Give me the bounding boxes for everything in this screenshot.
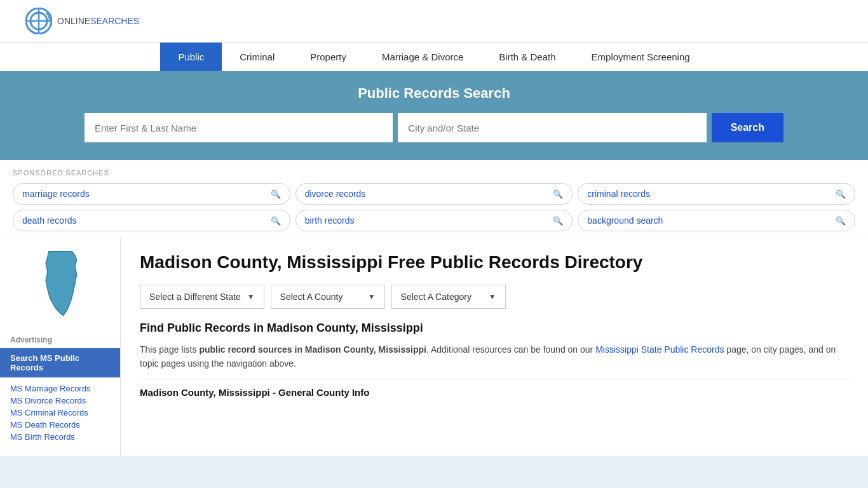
search-icon-4: 🔍 (271, 216, 281, 226)
logo-icon (25, 8, 52, 34)
find-records-heading: Find Public Records in Madison County, M… (140, 322, 849, 335)
name-input[interactable] (85, 113, 393, 142)
category-dropdown-label: Select A Category (401, 292, 471, 302)
sponsored-pill-criminal[interactable]: criminal records 🔍 (578, 183, 855, 205)
nav-employment[interactable]: Employment Screening (574, 43, 708, 71)
page-heading: Madison County, Mississippi Free Public … (140, 251, 849, 273)
main-content: Advertising Search MS Public Records MS … (0, 238, 868, 456)
sponsored-pill-divorce[interactable]: divorce records 🔍 (295, 183, 573, 205)
sidebar: Advertising Search MS Public Records MS … (0, 238, 121, 456)
sponsored-grid: marriage records 🔍 divorce records 🔍 cri… (13, 183, 855, 231)
sidebar-link-marriage[interactable]: MS Marriage Records (10, 384, 110, 393)
search-icon-2: 🔍 (553, 189, 563, 199)
sponsored-pill-death-text: death records (22, 215, 77, 226)
sidebar-link-criminal[interactable]: MS Criminal Records (10, 408, 110, 417)
nav-criminal[interactable]: Criminal (222, 43, 292, 71)
sponsored-pill-marriage-text: marriage records (22, 189, 90, 199)
dropdowns-row: Select a Different State ▼ Select A Coun… (140, 285, 849, 309)
search-icon-1: 🔍 (271, 189, 281, 199)
nav-property[interactable]: Property (292, 43, 364, 71)
county-info-heading: Madison County, Mississippi - General Co… (140, 379, 849, 398)
sidebar-map (0, 248, 120, 330)
sidebar-link-divorce[interactable]: MS Divorce Records (10, 396, 110, 405)
state-dropdown-label: Select a Different State (149, 292, 241, 302)
county-dropdown[interactable]: Select A County ▼ (271, 285, 385, 309)
sidebar-ad-highlight[interactable]: Search MS Public Records (0, 348, 120, 377)
state-dropdown-arrow: ▼ (247, 292, 255, 301)
state-dropdown[interactable]: Select a Different State ▼ (140, 285, 264, 309)
main-nav: Public Criminal Property Marriage & Divo… (0, 42, 868, 71)
nav-public[interactable]: Public (160, 43, 222, 71)
desc-part2: . Additional resources can be found on o… (426, 344, 595, 355)
nav-birth-death[interactable]: Birth & Death (481, 43, 573, 71)
content-inner: Madison County, Mississippi Free Public … (121, 238, 868, 410)
sponsored-pill-marriage[interactable]: marriage records 🔍 (13, 183, 290, 205)
page-title: Madison County, Mississippi Free Public … (140, 251, 642, 273)
sidebar-link-birth[interactable]: MS Birth Records (10, 432, 110, 442)
logo-online: ONLINE (57, 16, 90, 26)
desc-bold: public record sources in Madison County,… (199, 344, 426, 355)
county-dropdown-label: Select A County (280, 292, 343, 302)
sponsored-section: SPONSORED SEARCHES marriage records 🔍 di… (0, 160, 868, 238)
nav-marriage-divorce[interactable]: Marriage & Divorce (364, 43, 481, 71)
sponsored-pill-criminal-text: criminal records (587, 189, 650, 199)
search-fields: Search (85, 113, 783, 142)
location-input[interactable] (398, 113, 706, 142)
search-icon-3: 🔍 (836, 189, 846, 199)
search-icon-5: 🔍 (553, 216, 563, 226)
sponsored-pill-death[interactable]: death records 🔍 (13, 210, 290, 231)
search-banner: Public Records Search Search (0, 71, 868, 160)
county-dropdown-arrow: ▼ (368, 292, 376, 301)
sponsored-pill-background-text: background search (587, 215, 663, 226)
sidebar-link-death[interactable]: MS Death Records (10, 420, 110, 430)
description-text: This page lists public record sources in… (140, 342, 849, 371)
content-area: Madison County, Mississippi Free Public … (121, 238, 868, 456)
header: ONLINESEARCHES (0, 0, 868, 42)
logo-text: ONLINESEARCHES (57, 16, 139, 26)
sponsored-pill-divorce-text: divorce records (305, 189, 366, 199)
category-dropdown-arrow: ▼ (489, 292, 496, 301)
sidebar-links: MS Marriage Records MS Divorce Records M… (0, 380, 120, 445)
sponsored-label: SPONSORED SEARCHES (13, 169, 855, 177)
search-banner-title: Public Records Search (25, 85, 843, 102)
category-dropdown[interactable]: Select A Category ▼ (391, 285, 506, 309)
search-button[interactable]: Search (712, 113, 783, 142)
logo-searches: SEARCHES (90, 16, 139, 26)
sidebar-ads-label: Advertising (0, 330, 120, 348)
sponsored-pill-birth[interactable]: birth records 🔍 (295, 210, 573, 231)
mississippi-map (35, 248, 86, 318)
desc-part1: This page lists (140, 344, 199, 355)
sponsored-pill-birth-text: birth records (305, 215, 355, 226)
search-icon-6: 🔍 (836, 216, 846, 226)
logo: ONLINESEARCHES (25, 8, 139, 34)
sponsored-pill-background[interactable]: background search 🔍 (578, 210, 855, 231)
desc-link[interactable]: Mississippi State Public Records (595, 344, 724, 355)
